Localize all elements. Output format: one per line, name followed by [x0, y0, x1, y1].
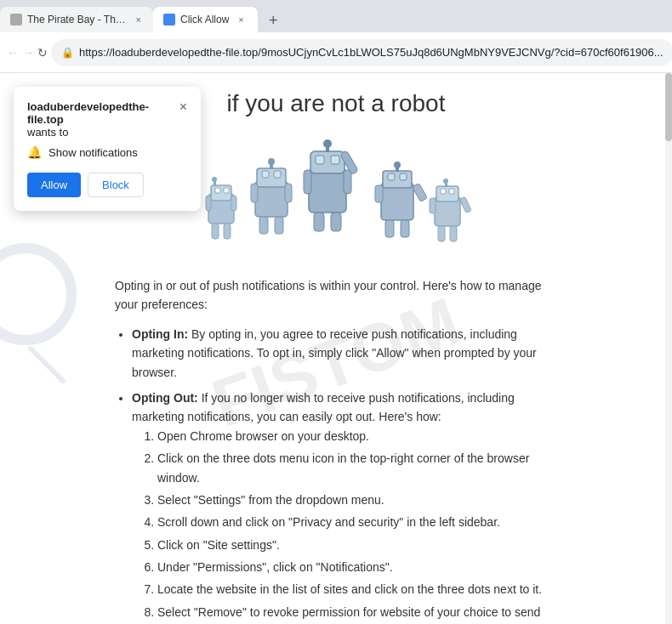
content-area: loaduberdevelopedthe-file.top wants to ×…	[0, 73, 672, 624]
step-8: Select "Remove" to revoke permission for…	[157, 603, 557, 624]
svg-rect-16	[259, 217, 268, 234]
step-1: Open Chrome browser on your desktop.	[157, 427, 557, 445]
opting-in-text: By opting in, you agree to receive push …	[132, 327, 537, 379]
instructions-intro: Opting in or out of push notifications i…	[115, 276, 557, 315]
svg-rect-44	[449, 189, 454, 194]
svg-rect-14	[251, 184, 258, 202]
svg-point-19	[268, 158, 275, 165]
tab-favicon-1	[10, 14, 22, 26]
svg-rect-35	[375, 185, 383, 202]
popup-close-button[interactable]: ×	[179, 100, 187, 114]
svg-point-9	[212, 177, 217, 182]
svg-rect-20	[309, 168, 346, 213]
popup-wants: wants to	[27, 126, 179, 139]
svg-rect-22	[316, 156, 324, 164]
svg-rect-25	[344, 170, 351, 194]
tab-close-1[interactable]: ×	[134, 13, 143, 26]
robots-illustration	[191, 134, 481, 253]
opting-in-title: Opting In:	[132, 327, 188, 341]
lock-icon: 🔒	[61, 47, 74, 59]
tab-piratebay[interactable]: The Pirate Bay - The galaxy's m... ×	[0, 7, 153, 32]
step-2: Click on the three dots menu icon in the…	[157, 449, 557, 487]
svg-rect-45	[430, 198, 436, 213]
tab-bar: The Pirate Bay - The galaxy's m... × Cli…	[0, 0, 672, 32]
svg-rect-34	[400, 173, 407, 180]
svg-rect-33	[388, 173, 395, 180]
svg-rect-4	[206, 196, 211, 211]
svg-rect-26	[314, 213, 324, 231]
step-4: Scroll down and click on "Privacy and se…	[157, 513, 557, 531]
allow-button[interactable]: Allow	[27, 173, 81, 197]
svg-point-40	[394, 162, 401, 168]
notification-popup: loaduberdevelopedthe-file.top wants to ×…	[14, 87, 201, 211]
popup-permission: 🔔 Show notifications	[27, 145, 187, 159]
svg-rect-11	[257, 168, 286, 187]
address-text: https://loaduberdevelopedthe-file.top/9m…	[79, 46, 663, 59]
tab-favicon-2	[163, 14, 175, 26]
forward-button[interactable]: →	[22, 41, 34, 65]
svg-rect-13	[274, 171, 281, 178]
browser-window: The Pirate Bay - The galaxy's m... × Cli…	[0, 0, 672, 624]
tab-close-2[interactable]: ×	[234, 13, 248, 26]
tab-clickallow[interactable]: Click Allow ×	[153, 7, 258, 32]
address-bar[interactable]: 🔒 https://loaduberdevelopedthe-file.top/…	[51, 39, 672, 66]
svg-rect-47	[438, 226, 445, 241]
svg-rect-24	[304, 170, 311, 194]
step-5: Click on "Site settings".	[157, 536, 557, 554]
popup-header: loaduberdevelopedthe-file.top wants to ×	[27, 100, 187, 139]
step-7: Locate the website in the list of sites …	[157, 580, 557, 598]
svg-rect-38	[401, 220, 409, 237]
svg-rect-36	[413, 184, 428, 202]
svg-rect-12	[262, 171, 269, 178]
step-6: Under "Permissions", click on "Notificat…	[157, 558, 557, 576]
svg-rect-48	[450, 226, 457, 241]
opting-out-title: Opting Out:	[132, 391, 198, 405]
toolbar: ← → ↻ 🔒 https://loaduberdevelopedthe-fil…	[0, 32, 672, 73]
block-button[interactable]: Block	[88, 173, 144, 197]
scrollbar-track[interactable]	[665, 73, 672, 624]
svg-rect-6	[212, 224, 219, 239]
svg-point-29	[323, 139, 332, 148]
opting-out-item: Opting Out: If you no longer wish to rec…	[132, 389, 557, 624]
popup-permission-label: Show notifications	[48, 146, 138, 159]
new-tab-button[interactable]: +	[261, 9, 285, 32]
svg-rect-2	[215, 188, 220, 193]
instructions: Opting in or out of push notifications i…	[115, 276, 557, 624]
bell-icon: 🔔	[27, 145, 42, 159]
svg-rect-3	[224, 188, 229, 193]
back-button[interactable]: ←	[7, 41, 19, 65]
popup-site: loaduberdevelopedthe-file.top	[27, 100, 179, 126]
svg-rect-27	[331, 213, 341, 231]
tab-title-1: The Pirate Bay - The galaxy's m...	[27, 14, 128, 26]
svg-rect-42	[436, 186, 458, 201]
svg-rect-37	[385, 220, 394, 237]
svg-rect-17	[275, 217, 283, 234]
opting-in-item: Opting In: By opting in, you agree to re…	[132, 325, 557, 382]
scrollbar-thumb[interactable]	[665, 73, 672, 141]
tab-title-2: Click Allow	[180, 14, 229, 26]
svg-rect-7	[224, 224, 231, 239]
svg-rect-43	[441, 189, 446, 194]
svg-rect-15	[285, 184, 292, 202]
svg-rect-5	[231, 196, 236, 211]
step-3: Select "Settings" from the dropdown menu…	[157, 491, 557, 509]
steps-list: Open Chrome browser on your desktop. Cli…	[157, 427, 557, 624]
popup-header-text: loaduberdevelopedthe-file.top wants to	[27, 100, 179, 139]
instructions-list: Opting In: By opting in, you agree to re…	[132, 325, 557, 624]
magnifier-decoration	[0, 243, 77, 345]
svg-rect-32	[383, 171, 412, 188]
svg-rect-46	[459, 196, 471, 213]
popup-buttons: Allow Block	[27, 173, 187, 197]
svg-point-50	[443, 179, 448, 184]
reload-button[interactable]: ↻	[37, 41, 48, 65]
svg-rect-23	[331, 156, 339, 164]
